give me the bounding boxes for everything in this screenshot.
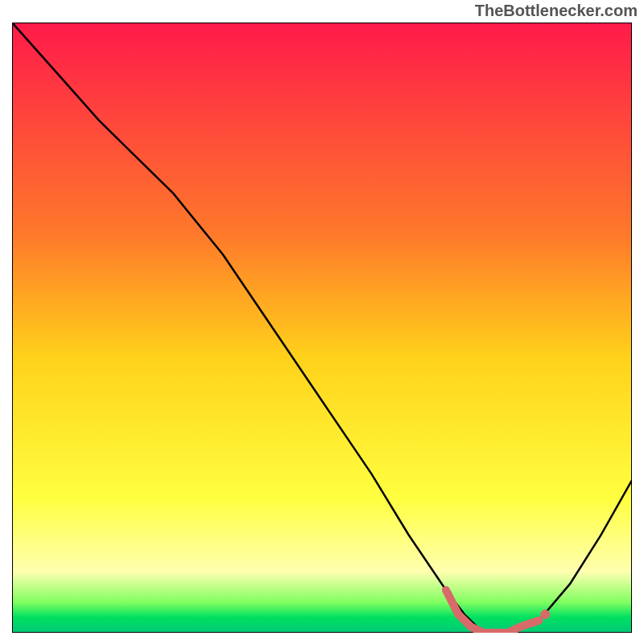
highlight-end-dot bbox=[540, 609, 550, 619]
chart-container: TheBottlenecker.com bbox=[0, 0, 644, 644]
watermark-text: TheBottlenecker.com bbox=[475, 2, 638, 20]
plot-area bbox=[12, 23, 632, 633]
gradient-background bbox=[12, 23, 632, 633]
chart-svg bbox=[12, 23, 632, 633]
